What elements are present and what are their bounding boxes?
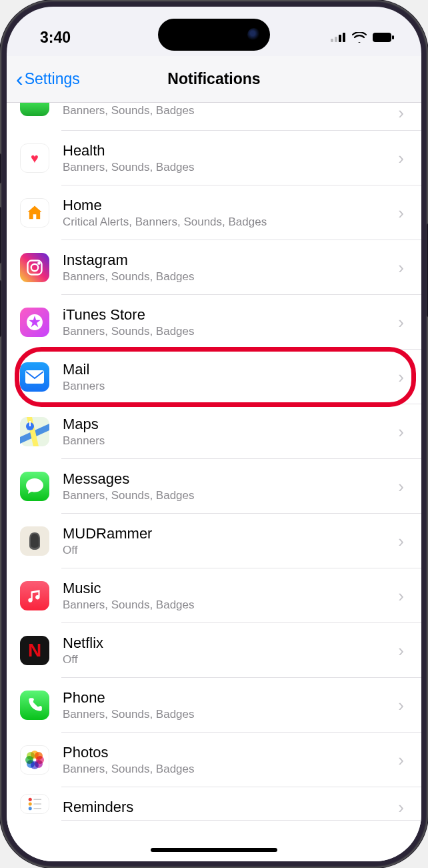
volume-up-button [0,207,1,264]
netflix-icon: N [20,636,49,665]
photos-icon [20,745,49,775]
battery-icon [372,32,395,43]
health-icon: ♥ [20,143,49,173]
svg-point-13 [29,798,32,801]
chevron-right-icon: › [394,312,408,333]
svg-point-8 [38,262,39,264]
svg-rect-17 [33,803,41,805]
phone-icon [20,691,49,720]
chevron-right-icon: › [394,695,408,716]
svg-rect-16 [33,799,41,800]
app-name: Phone [63,689,394,707]
app-name: Music [63,580,394,597]
volume-down-button [0,280,1,337]
list-item-messages[interactable]: Messages Banners, Sounds, Badges › [7,459,421,514]
app-sub: Critical Alerts, Banners, Sounds, Badges [63,215,394,229]
app-sub: Banners, Sounds, Badges [63,161,394,174]
mudrammer-icon [20,526,49,556]
app-sub: Banners, Sounds, Badges [63,598,394,612]
app-list[interactable]: Banners, Sounds, Badges › ♥ Health Banne… [7,103,421,861]
svg-point-7 [31,264,39,272]
app-name: Reminders [63,799,394,816]
chevron-right-icon: › [394,750,408,771]
list-item-maps[interactable]: Maps Banners › [7,404,421,459]
phone-frame: 3:40 [0,0,428,868]
status-icons [331,32,395,43]
list-item-partial[interactable]: Banners, Sounds, Badges › [7,103,421,131]
instagram-icon [20,253,49,282]
app-name: Mail [63,361,394,378]
itunes-store-icon [20,308,49,337]
svg-point-15 [29,807,32,810]
svg-rect-18 [33,808,41,809]
app-sub: Banners, Sounds, Badges [63,708,394,721]
svg-rect-4 [373,33,391,42]
app-name: iTunes Store [63,306,394,324]
svg-rect-10 [25,370,44,384]
chevron-right-icon: › [394,640,408,661]
app-icon-unknown [20,103,49,116]
list-item-reminders[interactable]: Reminders › [7,787,421,821]
app-name: Netflix [63,634,394,652]
chevron-right-icon: › [394,203,408,224]
svg-rect-0 [331,39,333,42]
home-indicator[interactable] [151,848,277,852]
chevron-right-icon: › [394,367,408,388]
silence-switch [0,153,1,183]
app-name: Instagram [63,252,394,269]
app-sub: Banners, Sounds, Badges [63,489,394,502]
music-icon [20,581,49,610]
app-sub: Off [63,544,394,557]
list-item-netflix[interactable]: N Netflix Off › [7,623,421,678]
app-name: Home [63,197,394,214]
chevron-right-icon: › [394,797,408,818]
app-sub: Banners, Sounds, Badges [63,763,394,776]
home-icon [20,198,49,228]
chevron-left-icon: ‹ [16,68,23,89]
app-name: Messages [63,470,394,488]
status-time: 3:40 [40,29,71,47]
page-title: Notifications [167,70,260,88]
list-item-health[interactable]: ♥ Health Banners, Sounds, Badges › [7,131,421,185]
list-item-photos[interactable]: Photos Banners, Sounds, Badges › [7,733,421,787]
wifi-icon [352,32,367,43]
chevron-right-icon: › [394,531,408,552]
app-sub: Banners, Sounds, Badges [63,325,394,338]
app-name: Photos [63,744,394,761]
chevron-right-icon: › [394,148,408,169]
chevron-right-icon: › [394,258,408,278]
list-item-mail[interactable]: Mail Banners › [7,350,421,404]
list-item-instagram[interactable]: Instagram Banners, Sounds, Badges › [7,240,421,295]
chevron-right-icon: › [394,586,408,606]
cellular-icon [331,33,347,42]
app-sub: Banners, Sounds, Badges [63,270,394,284]
back-button[interactable]: ‹ Settings [7,69,80,89]
messages-icon [20,472,49,501]
list-item-home[interactable]: Home Critical Alerts, Banners, Sounds, B… [7,185,421,240]
phone-screen: 3:40 [7,7,421,861]
svg-rect-3 [343,33,345,42]
back-label: Settings [25,70,80,88]
maps-icon [20,417,49,446]
chevron-right-icon: › [394,103,408,123]
chevron-right-icon: › [394,422,408,442]
svg-point-14 [29,802,32,805]
app-name: MUDRammer [63,525,394,542]
app-sub: Off [63,653,394,667]
list-item-itunes[interactable]: iTunes Store Banners, Sounds, Badges › [7,295,421,350]
dynamic-island [158,19,270,51]
svg-rect-5 [392,35,394,39]
svg-rect-2 [339,35,341,42]
app-sub: Banners, Sounds, Badges [63,104,394,117]
nav-bar: ‹ Settings Notifications [7,56,421,103]
list-item-phone[interactable]: Phone Banners, Sounds, Badges › [7,678,421,733]
chevron-right-icon: › [394,476,408,497]
list-item-mudrammer[interactable]: MUDRammer Off › [7,514,421,568]
app-name: Health [63,142,394,159]
reminders-icon [20,794,49,814]
app-sub: Banners [63,380,394,393]
app-name: Maps [63,416,394,433]
svg-rect-1 [335,37,337,42]
list-item-music[interactable]: Music Banners, Sounds, Badges › [7,568,421,623]
mail-icon [20,362,49,392]
